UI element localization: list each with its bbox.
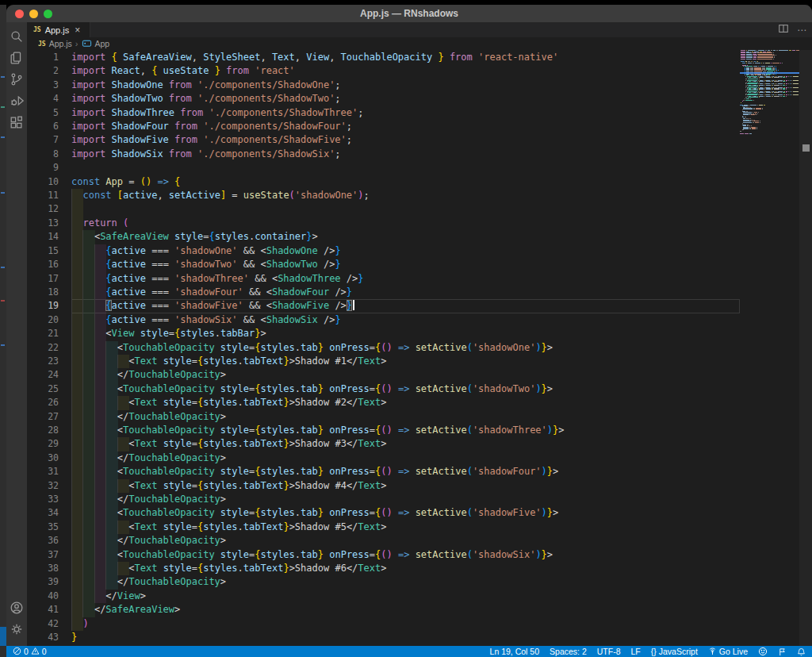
code-line[interactable]: 6import ShadowFour from './components/Sh… [27, 120, 740, 133]
scrollbar-marker[interactable] [802, 144, 810, 152]
line-number[interactable]: 32 [27, 479, 59, 493]
code-line[interactable]: 19 {active === 'shadowFive' && <ShadowFi… [27, 299, 740, 313]
eol-indicator[interactable]: LF [631, 647, 641, 656]
code-line[interactable]: 29 <Text style={styles.tabText}>Shadow #… [27, 437, 740, 451]
line-number[interactable]: 17 [27, 272, 59, 286]
split-editor-icon[interactable] [778, 23, 789, 37]
line-number[interactable]: 37 [27, 548, 59, 562]
line-number[interactable]: 16 [27, 258, 59, 271]
line-number[interactable]: 43 [27, 631, 59, 644]
line-number[interactable]: 30 [27, 451, 59, 465]
code-line[interactable]: 14 <SafeAreaView style={styles.container… [27, 230, 740, 244]
code-line[interactable]: 21 <View style={styles.tabBar}> [27, 327, 740, 340]
more-actions-icon[interactable]: ⋯ [797, 25, 807, 36]
code-line[interactable]: 1import { SafeAreaView, StyleSheet, Text… [27, 51, 740, 64]
line-number[interactable]: 18 [27, 286, 59, 299]
code-line[interactable]: 7import ShadowFive from './components/Sh… [27, 133, 740, 147]
line-number[interactable]: 41 [27, 603, 59, 617]
account-icon[interactable] [6, 597, 27, 618]
line-number[interactable]: 29 [27, 437, 59, 451]
code-line[interactable]: 13 return ( [27, 217, 740, 230]
line-number[interactable]: 21 [27, 327, 59, 340]
line-number[interactable]: 6 [27, 120, 59, 133]
line-number[interactable]: 38 [27, 562, 59, 575]
code-line[interactable]: 16 {active === 'shadowTwo' && <ShadowTwo… [27, 258, 740, 271]
code-line[interactable]: 38 <Text style={styles.tabText}>Shadow #… [27, 562, 740, 575]
line-number[interactable]: 5 [27, 106, 59, 120]
code-line[interactable]: 18 {active === 'shadowFour' && <ShadowFo… [27, 286, 740, 299]
code-line[interactable]: 5import ShadowThree from './components/S… [27, 106, 740, 120]
cursor-position[interactable]: Ln 19, Col 50 [490, 647, 539, 656]
code-line[interactable]: 31 <TouchableOpacity style={styles.tab} … [27, 465, 740, 478]
code-editor[interactable]: 1import { SafeAreaView, StyleSheet, Text… [27, 50, 812, 646]
line-number[interactable]: 9 [27, 161, 59, 175]
line-number[interactable]: 7 [27, 133, 59, 147]
code-line[interactable]: 20 {active === 'shadowSix' && <ShadowSix… [27, 313, 740, 327]
close-tab-icon[interactable]: × [75, 25, 80, 36]
code-line[interactable]: 33 </TouchableOpacity> [27, 493, 740, 506]
code-line[interactable]: 12 [27, 202, 740, 216]
breadcrumb[interactable]: JS App.js › App [27, 37, 812, 50]
line-number[interactable]: 10 [27, 175, 59, 189]
problems-indicator[interactable]: 0 0 [13, 647, 47, 657]
run-debug-icon[interactable] [6, 90, 27, 111]
line-number[interactable]: 25 [27, 382, 59, 396]
code-line[interactable]: 3import ShadowOne from './components/Sha… [27, 79, 740, 92]
settings-gear-icon[interactable] [6, 618, 27, 640]
line-number[interactable]: 20 [27, 313, 59, 327]
code-line[interactable]: 2import React, { useState } from 'react' [27, 64, 740, 78]
code-line[interactable]: 42 ) [27, 617, 740, 631]
code-line[interactable]: 8import ShadowSix from './components/Sha… [27, 148, 740, 161]
source-control-icon[interactable] [6, 68, 27, 90]
search-icon[interactable] [6, 25, 27, 47]
line-number[interactable]: 35 [27, 521, 59, 534]
line-number[interactable]: 36 [27, 534, 59, 548]
code-line[interactable]: 11 const [active, setActive] = useState(… [27, 189, 740, 202]
go-live-button[interactable]: Go Live [708, 647, 748, 657]
line-number[interactable]: 4 [27, 92, 59, 106]
code-line[interactable]: 10const App = () => { [27, 175, 740, 189]
overview-ruler[interactable] [799, 50, 812, 646]
line-number[interactable]: 14 [27, 230, 59, 244]
code-line[interactable]: 26 <Text style={styles.tabText}>Shadow #… [27, 396, 740, 409]
code-line[interactable]: 4import ShadowTwo from './components/Sha… [27, 92, 740, 106]
line-number[interactable]: 13 [27, 217, 59, 230]
line-number[interactable]: 28 [27, 424, 59, 437]
code-line[interactable]: 35 <Text style={styles.tabText}>Shadow #… [27, 521, 740, 534]
line-number[interactable]: 19 [27, 299, 59, 313]
code-line[interactable]: 43} [27, 631, 740, 644]
minimap[interactable] [740, 50, 799, 646]
line-number[interactable]: 24 [27, 368, 59, 382]
code-line[interactable]: 17 {active === 'shadowThree' && <ShadowT… [27, 272, 740, 286]
breadcrumb-symbol[interactable]: App [95, 39, 110, 48]
code-line[interactable]: 15 {active === 'shadowOne' && <ShadowOne… [27, 244, 740, 258]
code-line[interactable]: 36 </TouchableOpacity> [27, 534, 740, 548]
code-line[interactable]: 40 </View> [27, 590, 740, 603]
code-line[interactable]: 41 </SafeAreaView> [27, 603, 740, 617]
code-line[interactable]: 39 </TouchableOpacity> [27, 575, 740, 589]
line-number[interactable]: 31 [27, 465, 59, 478]
code-line[interactable]: 28 <TouchableOpacity style={styles.tab} … [27, 424, 740, 437]
line-number[interactable]: 8 [27, 148, 59, 161]
line-number[interactable]: 34 [27, 506, 59, 520]
line-number[interactable]: 23 [27, 355, 59, 368]
line-number[interactable]: 3 [27, 79, 59, 92]
title-bar[interactable]: App.js — RNshadows [6, 5, 812, 23]
tab-appjs[interactable]: JS App.js × [27, 22, 90, 37]
line-number[interactable]: 2 [27, 64, 59, 78]
code-line[interactable]: 22 <TouchableOpacity style={styles.tab} … [27, 341, 740, 355]
indentation-indicator[interactable]: Spaces: 2 [550, 647, 587, 656]
line-number[interactable]: 33 [27, 493, 59, 506]
code-line[interactable]: 9 [27, 161, 740, 175]
code-line[interactable]: 25 <TouchableOpacity style={styles.tab} … [27, 382, 740, 396]
line-number[interactable]: 22 [27, 341, 59, 355]
line-number[interactable]: 42 [27, 617, 59, 631]
breadcrumb-file[interactable]: App.js [49, 39, 72, 48]
extensions-icon[interactable] [6, 111, 27, 133]
code-line[interactable]: 23 <Text style={styles.tabText}>Shadow #… [27, 355, 740, 368]
line-number[interactable]: 11 [27, 189, 59, 202]
line-number[interactable]: 15 [27, 244, 59, 258]
line-number[interactable]: 26 [27, 396, 59, 409]
line-number[interactable]: 12 [27, 202, 59, 216]
language-indicator[interactable]: {} JavaScript [651, 647, 698, 656]
